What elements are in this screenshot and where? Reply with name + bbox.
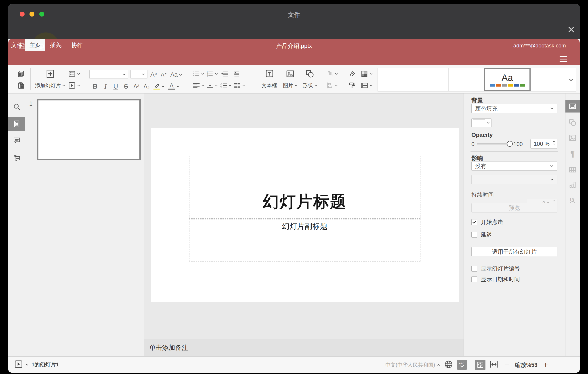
spellcheck-toggle[interactable]: ABC <box>457 360 467 370</box>
language-selector[interactable]: 中文(中华人民共和国) <box>385 362 440 368</box>
opacity-slider-handle[interactable] <box>507 141 513 147</box>
opacity-spinner[interactable]: 100 % <box>530 139 557 149</box>
columns-dropdown[interactable] <box>234 80 245 90</box>
slide-size-dropdown[interactable] <box>360 80 373 90</box>
slide-layout-dropdown[interactable] <box>64 68 84 80</box>
delay-row[interactable]: 延迟 <box>471 231 492 238</box>
opacity-value: 100 % <box>534 141 550 147</box>
delay-checkbox[interactable] <box>471 232 477 238</box>
color-scheme-dropdown[interactable] <box>360 69 373 79</box>
slide-title-text: 幻灯片标题 <box>263 191 347 218</box>
line-spacing-dropdown[interactable] <box>220 80 231 90</box>
slideshow-options-chevron[interactable] <box>26 364 29 366</box>
svg-text:3: 3 <box>207 75 208 77</box>
shape-settings-icon[interactable] <box>566 116 580 129</box>
bullets-dropdown[interactable] <box>193 69 204 79</box>
show-date-time-row[interactable]: 显示日期和时间 <box>471 275 520 283</box>
image-settings-icon[interactable] <box>566 132 580 144</box>
font-decrease-button[interactable]: A▼ <box>161 72 167 78</box>
fill-color-picker[interactable] <box>471 118 492 127</box>
insert-shape-dropdown[interactable]: 形状 <box>300 68 320 91</box>
notes-area[interactable]: 单击添加备注 <box>144 339 463 356</box>
theme-tile[interactable] <box>449 68 484 91</box>
insert-image-dropdown[interactable]: 图片 <box>280 68 300 91</box>
paragraph-settings-icon[interactable]: ¶ <box>566 148 580 160</box>
effect-select[interactable]: 没有 <box>471 161 557 171</box>
fill-type-select[interactable]: 颜色填充 <box>471 104 557 113</box>
separator <box>255 68 255 90</box>
fit-to-width-button[interactable] <box>490 360 498 370</box>
font-color-swatch <box>168 88 175 90</box>
slide[interactable]: 幻灯片标题 幻灯片副标题 <box>151 128 459 302</box>
title-placeholder[interactable]: 幻灯片标题 <box>189 156 420 219</box>
effect-option-select[interactable] <box>471 175 557 184</box>
arrange-shape-dropdown[interactable] <box>322 68 342 80</box>
change-case-dropdown[interactable]: Aa <box>170 71 182 78</box>
menu-icon[interactable] <box>559 56 568 63</box>
subtitle-placeholder[interactable]: 幻灯片副标题 <box>189 219 420 262</box>
insert-textbox-button[interactable]: 文本框 <box>258 68 280 91</box>
decrease-indent-button[interactable] <box>220 69 229 79</box>
start-slideshow-button[interactable] <box>14 360 23 370</box>
show-date-time-checkbox[interactable] <box>471 276 477 282</box>
align-shape-dropdown[interactable] <box>322 80 342 91</box>
theme-tile[interactable] <box>531 68 566 91</box>
add-slide-dropdown[interactable]: 添加幻灯片 <box>31 80 70 91</box>
slide-settings-icon[interactable] <box>566 100 580 112</box>
start-on-click-label: 开始点击 <box>481 218 503 226</box>
main-area: 1 幻灯片标题 幻灯片副标题 单击添加备注 背景 颜色填充 <box>8 93 580 356</box>
comments-icon[interactable] <box>8 133 25 147</box>
opacity-slider-track[interactable] <box>477 143 510 144</box>
font-size-select[interactable] <box>130 70 147 79</box>
copy-button[interactable] <box>13 68 29 80</box>
underline-button[interactable]: U <box>111 83 121 90</box>
subscript-button[interactable]: A₂ <box>141 83 152 90</box>
preview-button[interactable]: 预览 <box>471 203 557 212</box>
preview-label: 预览 <box>509 204 520 212</box>
strikethrough-button[interactable]: S <box>121 83 131 90</box>
chat-icon[interactable] <box>8 151 25 165</box>
italic-button[interactable]: I <box>100 83 111 90</box>
superscript-button[interactable]: A² <box>131 83 141 90</box>
slide-thumbnail[interactable] <box>37 99 141 160</box>
slide-subtitle-text: 幻灯片副标题 <box>282 220 327 231</box>
paste-button[interactable] <box>13 80 29 91</box>
duration-label: 持续时间 <box>471 191 494 198</box>
slide-settings-panel: 背景 颜色填充 Opacity 0 100 100 % 影 <box>463 93 565 356</box>
slide-thumbnails-panel: 1 <box>25 93 144 356</box>
start-on-click-checkbox[interactable] <box>471 219 477 225</box>
apply-to-all-button[interactable]: 适用于所有幻灯片 <box>471 247 557 256</box>
show-slide-number-row[interactable]: 显示幻灯片编号 <box>471 265 520 272</box>
chart-settings-icon[interactable] <box>566 178 580 191</box>
vertical-align-dropdown[interactable] <box>206 80 218 90</box>
theme-tile[interactable] <box>413 68 449 91</box>
close-icon[interactable] <box>567 25 575 34</box>
theme-gallery-more-button[interactable] <box>566 68 576 91</box>
fit-to-slide-button[interactable] <box>475 360 485 370</box>
separator <box>189 68 189 90</box>
show-slide-number-checkbox[interactable] <box>471 266 477 272</box>
bold-button[interactable]: B <box>90 83 100 90</box>
font-color-dropdown[interactable]: A <box>168 83 179 90</box>
spellcheck-language-icon[interactable] <box>444 360 453 370</box>
search-icon[interactable] <box>8 100 25 114</box>
editor-header: 产品介绍.pptx adm***@dootask.com 文件 主页 插入 协作 <box>8 39 580 65</box>
opacity-label: Opacity <box>471 132 493 138</box>
font-name-select[interactable] <box>89 70 128 79</box>
paint-roller-button[interactable] <box>348 80 357 90</box>
textart-settings-icon[interactable]: Ta <box>566 194 580 206</box>
opacity-min: 0 <box>471 141 474 147</box>
increase-indent-button[interactable] <box>231 69 240 79</box>
numbering-dropdown[interactable]: 123 <box>206 69 218 79</box>
slides-panel-icon[interactable] <box>8 117 25 131</box>
eraser-button[interactable] <box>348 69 357 79</box>
font-increase-button[interactable]: A▲ <box>150 71 158 78</box>
add-slide-button[interactable] <box>31 68 70 80</box>
theme-tile-selected[interactable]: Aa <box>484 68 531 91</box>
start-slideshow-dropdown[interactable] <box>64 80 84 91</box>
start-on-click-row[interactable]: 开始点击 <box>471 218 503 226</box>
horizontal-align-dropdown[interactable] <box>193 80 204 90</box>
theme-tile[interactable] <box>378 68 413 91</box>
table-settings-icon[interactable] <box>566 164 580 176</box>
highlight-color-dropdown[interactable] <box>154 83 165 90</box>
